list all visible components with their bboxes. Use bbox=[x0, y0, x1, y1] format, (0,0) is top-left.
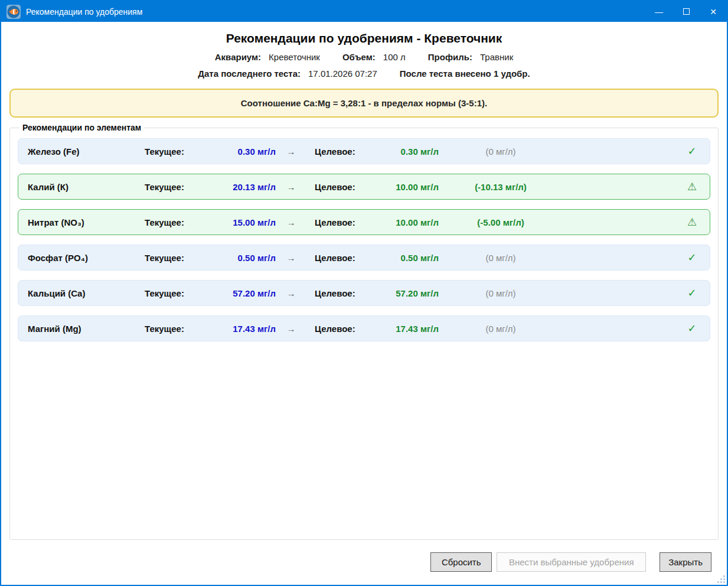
element-name: Фосфат (PO₄) bbox=[28, 253, 145, 263]
current-label: Текущее: bbox=[145, 288, 199, 298]
ratio-alert-banner: Соотношение Ca:Mg = 3,28:1 - в пределах … bbox=[9, 89, 719, 118]
aquarium-info-line: Аквариум: Креветочник Объем: 100 л Профи… bbox=[1, 52, 727, 62]
delta-value: (-10.13 мг/л) bbox=[447, 182, 554, 192]
status-warning-icon: ⚠ bbox=[684, 216, 700, 229]
delta-value: (0 мг/л) bbox=[447, 253, 554, 263]
after-test-text: После теста внесено 1 удобр. bbox=[400, 69, 530, 79]
element-name: Нитрат (NO₃) bbox=[28, 217, 145, 227]
target-label: Целевое: bbox=[315, 182, 369, 192]
status-check-icon: ✓ bbox=[684, 322, 700, 335]
current-label: Текущее: bbox=[145, 324, 199, 334]
element-row-mg[interactable]: Магний (Mg) Текущее: 17.43 мг/л → Целево… bbox=[18, 315, 710, 341]
target-value: 57.20 мг/л bbox=[369, 288, 439, 298]
resize-grip[interactable] bbox=[717, 575, 725, 583]
footer-button-bar: Сбросить Внести выбранные удобрения Закр… bbox=[1, 540, 727, 585]
status-check-icon: ✓ bbox=[684, 145, 700, 158]
element-name: Кальций (Ca) bbox=[28, 288, 145, 298]
recommendations-group: Рекомендации по элементам Железо (Fe) Те… bbox=[9, 123, 719, 540]
maximize-icon bbox=[683, 8, 690, 15]
status-check-icon: ✓ bbox=[684, 287, 700, 299]
last-test-label: Дата последнего теста: bbox=[198, 69, 301, 79]
current-label: Текущее: bbox=[145, 146, 199, 157]
title-bar[interactable]: Рекомендации по удобрениям — ✕ bbox=[1, 1, 727, 22]
target-label: Целевое: bbox=[315, 146, 369, 157]
status-check-icon: ✓ bbox=[684, 251, 700, 264]
current-value: 20.13 мг/л bbox=[199, 182, 276, 192]
target-label: Целевое: bbox=[315, 288, 369, 298]
test-info-line: Дата последнего теста: 17.01.2026 07:27 … bbox=[1, 69, 727, 79]
target-value: 0.30 мг/л bbox=[369, 146, 439, 157]
delta-value: (-5.00 мг/л) bbox=[447, 217, 554, 227]
arrow-right-icon: → bbox=[276, 253, 306, 263]
target-value: 10.00 мг/л bbox=[369, 217, 439, 227]
arrow-right-icon: → bbox=[276, 217, 306, 227]
apply-fertilizers-button[interactable]: Внести выбранные удобрения bbox=[497, 552, 646, 572]
minimize-button[interactable]: — bbox=[645, 1, 672, 22]
volume-label: Объем: bbox=[342, 52, 376, 62]
target-label: Целевое: bbox=[315, 253, 369, 263]
element-row-fe[interactable]: Железо (Fe) Текущее: 0.30 мг/л → Целевое… bbox=[18, 138, 710, 164]
aquarium-label: Аквариум: bbox=[215, 52, 261, 62]
current-label: Текущее: bbox=[145, 182, 199, 192]
current-label: Текущее: bbox=[145, 217, 199, 227]
delta-value: (0 мг/л) bbox=[447, 146, 554, 157]
volume-value: 100 л bbox=[383, 52, 406, 62]
app-fish-icon bbox=[6, 5, 21, 19]
arrow-right-icon: → bbox=[276, 288, 306, 298]
target-value: 17.43 мг/л bbox=[369, 324, 439, 334]
current-label: Текущее: bbox=[145, 253, 199, 263]
element-row-k[interactable]: Калий (К) Текущее: 20.13 мг/л → Целевое:… bbox=[18, 174, 710, 200]
arrow-right-icon: → bbox=[276, 324, 306, 334]
aquarium-value: Креветочник bbox=[269, 52, 320, 62]
current-value: 0.30 мг/л bbox=[199, 146, 276, 157]
close-dialog-button[interactable]: Закрыть bbox=[660, 552, 711, 572]
dialog-window: Рекомендации по удобрениям — ✕ Рекоменда… bbox=[0, 0, 728, 586]
target-label: Целевое: bbox=[315, 217, 369, 227]
recommendations-group-title: Рекомендации по элементам bbox=[19, 123, 144, 132]
element-row-ca[interactable]: Кальций (Ca) Текущее: 57.20 мг/л → Целев… bbox=[18, 280, 710, 306]
element-name: Железо (Fe) bbox=[28, 146, 145, 157]
close-button[interactable]: ✕ bbox=[700, 1, 727, 22]
current-value: 15.00 мг/л bbox=[199, 217, 276, 227]
element-row-no3[interactable]: Нитрат (NO₃) Текущее: 15.00 мг/л → Целев… bbox=[18, 209, 710, 235]
arrow-right-icon: → bbox=[276, 146, 306, 157]
element-name: Калий (К) bbox=[28, 182, 145, 192]
window-title: Рекомендации по удобрениям bbox=[26, 7, 645, 17]
ratio-alert-text: Соотношение Ca:Mg = 3,28:1 - в пределах … bbox=[241, 98, 487, 108]
current-value: 0.50 мг/л bbox=[199, 253, 276, 263]
current-value: 17.43 мг/л bbox=[199, 324, 276, 334]
current-value: 57.20 мг/л bbox=[199, 288, 276, 298]
target-value: 10.00 мг/л bbox=[369, 182, 439, 192]
element-row-po4[interactable]: Фосфат (PO₄) Текущее: 0.50 мг/л → Целево… bbox=[18, 245, 710, 271]
last-test-value: 17.01.2026 07:27 bbox=[308, 69, 377, 79]
maximize-button[interactable] bbox=[672, 1, 700, 22]
page-title: Рекомендации по удобрениям - Креветочник bbox=[1, 31, 727, 45]
profile-label: Профиль: bbox=[428, 52, 472, 62]
reset-button[interactable]: Сбросить bbox=[430, 552, 492, 572]
arrow-right-icon: → bbox=[276, 182, 306, 192]
delta-value: (0 мг/л) bbox=[447, 288, 554, 298]
target-value: 0.50 мг/л bbox=[369, 253, 439, 263]
target-label: Целевое: bbox=[315, 324, 369, 334]
profile-value: Травник bbox=[480, 52, 513, 62]
delta-value: (0 мг/л) bbox=[447, 324, 554, 334]
element-name: Магний (Mg) bbox=[28, 324, 145, 334]
status-warning-icon: ⚠ bbox=[684, 180, 700, 193]
